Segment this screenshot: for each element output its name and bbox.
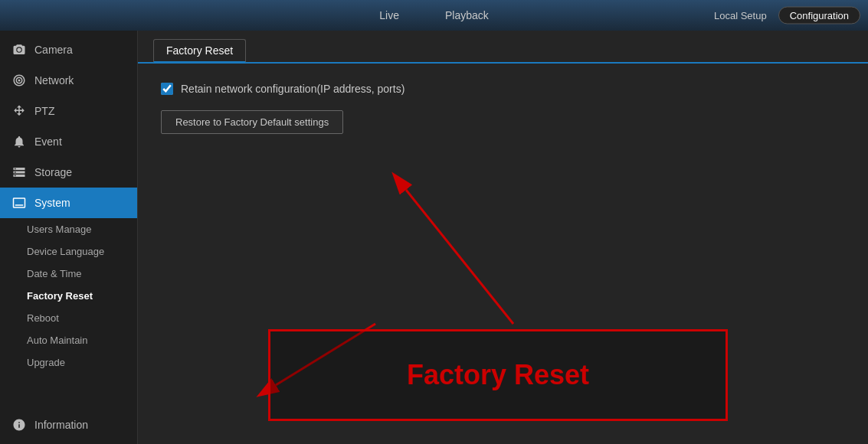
system-submenu: Users Manage Device Language Date & Time… (0, 218, 137, 374)
sidebar-item-system[interactable]: System (0, 188, 137, 218)
sidebar-item-information[interactable]: Information (0, 410, 138, 440)
local-setup-button[interactable]: Local Setup (714, 10, 767, 21)
info-icon (11, 417, 27, 433)
event-icon (11, 134, 27, 149)
factory-reset-annotation-text: Factory Reset (407, 359, 589, 391)
live-nav[interactable]: Live (379, 9, 399, 21)
sidebar-item-event[interactable]: Event (0, 126, 137, 157)
content-header: Factory Reset (138, 31, 868, 64)
sidebar-item-factory-reset[interactable]: Factory Reset (0, 285, 137, 307)
svg-point-0 (18, 80, 21, 82)
content-panel: Retain network configuration(IP address,… (138, 64, 868, 444)
storage-icon (11, 165, 27, 180)
ptz-icon (11, 103, 27, 119)
restore-button[interactable]: Restore to Factory Default settings (161, 110, 343, 134)
sidebar-item-users-manage[interactable]: Users Manage (0, 218, 137, 240)
content-area: Factory Reset Retain network configurati… (138, 31, 868, 444)
retain-network-checkbox[interactable] (161, 83, 173, 95)
sidebar-item-camera[interactable]: Camera (0, 34, 137, 65)
sidebar: Camera Network PTZ Event (0, 31, 138, 444)
factory-reset-tab[interactable]: Factory Reset (153, 39, 246, 63)
sidebar-item-auto-maintain[interactable]: Auto Maintain (0, 329, 137, 351)
camera-icon (11, 42, 27, 57)
information-label: Information (34, 419, 88, 431)
storage-label: Storage (34, 166, 72, 178)
top-bar-right: Local Setup Configuration (714, 7, 860, 24)
svg-line-2 (406, 190, 513, 324)
event-label: Event (34, 135, 62, 148)
retain-network-label: Retain network configuration(IP address,… (181, 83, 405, 95)
factory-reset-annotation-box: Factory Reset (268, 329, 728, 421)
sidebar-item-date-time[interactable]: Date & Time (0, 263, 137, 285)
sidebar-item-device-language[interactable]: Device Language (0, 240, 137, 263)
sidebar-item-reboot[interactable]: Reboot (0, 307, 137, 329)
retain-network-row: Retain network configuration(IP address,… (161, 83, 845, 95)
top-bar: Live Playback Local Setup Configuration (0, 0, 868, 31)
sidebar-item-network[interactable]: Network (0, 65, 137, 96)
sidebar-item-ptz[interactable]: PTZ (0, 96, 137, 126)
top-nav: Live Playback (379, 9, 489, 21)
sidebar-item-storage[interactable]: Storage (0, 157, 137, 188)
camera-label: Camera (34, 44, 73, 56)
sidebar-item-upgrade[interactable]: Upgrade (0, 351, 137, 374)
system-label: System (34, 197, 70, 209)
network-label: Network (34, 74, 74, 87)
network-icon (11, 73, 27, 88)
ptz-label: PTZ (34, 105, 54, 117)
system-icon (11, 195, 27, 211)
main-layout: Camera Network PTZ Event (0, 31, 868, 444)
configuration-button[interactable]: Configuration (778, 7, 860, 24)
playback-nav[interactable]: Playback (445, 9, 489, 21)
